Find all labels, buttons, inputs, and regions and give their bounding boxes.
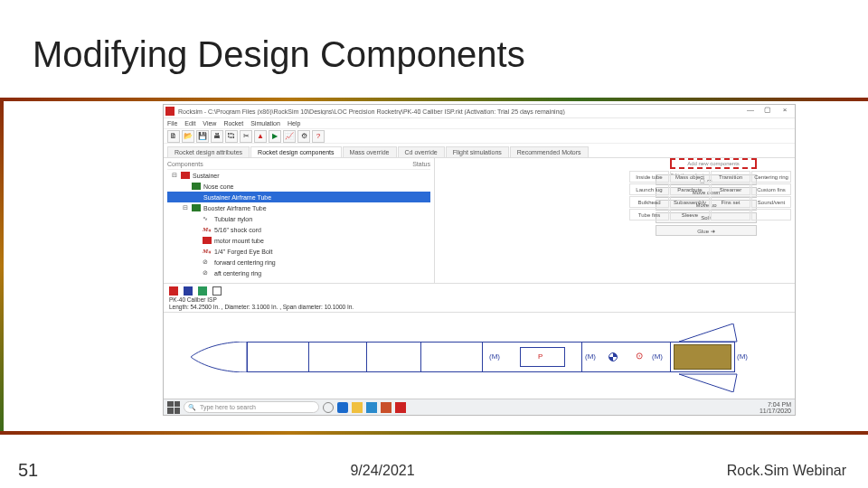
m-label-3: (M) bbox=[652, 352, 663, 361]
task-edge[interactable] bbox=[337, 402, 348, 413]
spec-icon-parts[interactable] bbox=[184, 286, 193, 296]
taskbar[interactable]: 🔍 Type here to search 7:04 PM 11/17/2020 bbox=[164, 399, 795, 415]
tree-label: Tubular nylon bbox=[214, 216, 252, 222]
nose-cone bbox=[191, 342, 247, 372]
tree-label: forward centering ring bbox=[214, 259, 276, 266]
minimize-button[interactable]: — bbox=[742, 106, 759, 117]
palette-item bbox=[711, 209, 750, 221]
tree-row[interactable]: ⊘forward centering ring bbox=[167, 257, 430, 267]
taskbar-search[interactable]: 🔍 Type here to search bbox=[184, 401, 319, 413]
palette-item[interactable]: Centering ring bbox=[751, 171, 791, 183]
tab-components[interactable]: Rocket design components bbox=[250, 146, 341, 157]
tool-print[interactable]: 🖶 bbox=[211, 130, 223, 143]
spec-icon-side[interactable] bbox=[212, 286, 222, 296]
tree-label: aft centering ring bbox=[214, 270, 261, 277]
palette-item[interactable]: Custom fins bbox=[751, 183, 791, 195]
tree-row[interactable]: ⊟Booster Airframe Tube bbox=[167, 202, 430, 213]
palette-item[interactable]: Mass object bbox=[670, 171, 710, 183]
component-icon bbox=[192, 183, 201, 190]
palette-item[interactable]: Parachute bbox=[670, 183, 710, 195]
tool-pref[interactable]: ⚙ bbox=[297, 130, 310, 143]
tab-attributes[interactable]: Rocket design attributes bbox=[167, 146, 250, 157]
menu-view[interactable]: View bbox=[203, 120, 216, 127]
tree-row[interactable]: Mᵤ1/4" Forged Eye Bolt bbox=[167, 246, 430, 257]
task-ppt[interactable] bbox=[381, 402, 392, 413]
palette-item[interactable]: Sound/vent bbox=[751, 196, 791, 208]
menu-rocket[interactable]: Rocket bbox=[223, 120, 243, 127]
palette-item bbox=[751, 209, 791, 221]
accent-bar-top bbox=[0, 98, 868, 101]
system-tray[interactable]: 7:04 PM 11/17/2020 bbox=[760, 401, 791, 414]
tree-row[interactable]: ⊟Sustainer bbox=[167, 170, 430, 181]
divider bbox=[308, 342, 309, 372]
tool-cut[interactable]: ✂ bbox=[240, 130, 252, 143]
tree-row[interactable]: motor mount tube bbox=[167, 235, 430, 246]
palette-item[interactable]: Transition bbox=[711, 171, 750, 183]
tree-row[interactable]: ∿Tubular nylon bbox=[167, 213, 430, 224]
divider bbox=[581, 342, 582, 372]
task-rocksim[interactable] bbox=[395, 402, 406, 413]
tool-chart[interactable]: 📈 bbox=[283, 130, 296, 143]
tree-row[interactable]: Mᵤ5/16" shock cord bbox=[167, 224, 430, 235]
palette-item[interactable]: Launch lug bbox=[629, 183, 669, 195]
tab-cd[interactable]: Cd override bbox=[398, 146, 445, 157]
tool-rocket[interactable]: ▲ bbox=[254, 130, 267, 143]
titlebar[interactable]: Rocksim - C:\Program Files (x86)\RockSim… bbox=[164, 105, 795, 118]
slide-title: Modifying Design Components bbox=[33, 34, 525, 75]
tray-time: 7:04 PM bbox=[760, 401, 791, 408]
tab-motors[interactable]: Recommended Motors bbox=[510, 146, 589, 157]
app-window: Rocksim - C:\Program Files (x86)\RockSim… bbox=[163, 104, 796, 416]
palette-item[interactable]: Subassembly bbox=[670, 196, 710, 208]
spec-icons bbox=[169, 286, 789, 296]
action-glue[interactable]: Glue ➜ bbox=[656, 225, 757, 236]
toolbar: 🗎 📂 💾 🖶 ⿻ ✂ ▲ ▶ 📈 ⚙ ? bbox=[164, 129, 795, 144]
start-button[interactable] bbox=[167, 401, 180, 414]
menu-help[interactable]: Help bbox=[288, 120, 300, 127]
page-number: 51 bbox=[18, 460, 38, 481]
component-icon: ∿ bbox=[203, 215, 212, 222]
palette-item[interactable]: Bulkhead bbox=[629, 196, 669, 208]
palette-item[interactable]: Sleeve bbox=[670, 209, 710, 221]
footer-text: Rock.Sim Webinar bbox=[727, 463, 846, 479]
rocket-drawing[interactable]: (M) P (M) ⊙ (M) (M) bbox=[164, 312, 795, 402]
component-tree[interactable]: Components Status ⊟SustainerNose coneSus… bbox=[164, 158, 435, 283]
task-explorer[interactable] bbox=[352, 402, 363, 413]
menu-simulation[interactable]: Simulation bbox=[250, 120, 280, 127]
menu-edit[interactable]: Edit bbox=[184, 120, 195, 127]
spec-icon-rocket[interactable] bbox=[169, 286, 178, 296]
component-icon bbox=[203, 237, 212, 244]
tree-label: Booster Airframe Tube bbox=[203, 205, 267, 211]
tool-save[interactable]: 💾 bbox=[196, 130, 209, 143]
tool-new[interactable]: 🗎 bbox=[167, 130, 180, 143]
task-cortana[interactable] bbox=[323, 402, 334, 413]
tray-date: 11/17/2020 bbox=[760, 408, 791, 414]
tree-row[interactable]: Nose cone bbox=[167, 181, 430, 192]
tool-open[interactable]: 📂 bbox=[182, 130, 194, 143]
maximize-button[interactable]: ▢ bbox=[760, 106, 776, 117]
tool-help[interactable]: ? bbox=[312, 130, 325, 143]
menu-file[interactable]: File bbox=[167, 120, 177, 127]
component-icon bbox=[181, 172, 190, 179]
tool-copy[interactable]: ⿻ bbox=[225, 130, 238, 143]
m-label: (M) bbox=[489, 352, 500, 361]
tree-header-components: Components bbox=[167, 161, 203, 167]
tab-flight[interactable]: Flight simulations bbox=[446, 146, 509, 157]
palette-item[interactable]: Inside tube bbox=[629, 171, 669, 183]
tool-sim[interactable]: ▶ bbox=[269, 130, 281, 143]
palette-item[interactable]: Streamer bbox=[711, 183, 750, 195]
add-components-highlight: Add new components bbox=[670, 158, 757, 169]
spec-icon-stage[interactable] bbox=[198, 286, 207, 296]
tab-mass[interactable]: Mass override bbox=[343, 146, 397, 157]
component-palette: Inside tubeMass objectTransitionCenterin… bbox=[629, 171, 791, 221]
expand-icon[interactable]: ⊟ bbox=[182, 204, 189, 211]
palette-item[interactable]: Fins set bbox=[711, 196, 750, 208]
close-button[interactable]: × bbox=[777, 106, 793, 117]
task-mail[interactable] bbox=[366, 402, 377, 413]
p-label: P bbox=[538, 352, 542, 361]
tree-row[interactable]: ⊘aft centering ring bbox=[167, 267, 430, 278]
expand-icon[interactable]: ⊟ bbox=[171, 172, 178, 179]
add-components-label: Add new components bbox=[687, 161, 740, 166]
component-icon bbox=[192, 193, 201, 201]
tree-row[interactable]: Sustainer Airframe Tube bbox=[167, 192, 430, 202]
palette-item[interactable]: Tube fins bbox=[629, 209, 669, 221]
